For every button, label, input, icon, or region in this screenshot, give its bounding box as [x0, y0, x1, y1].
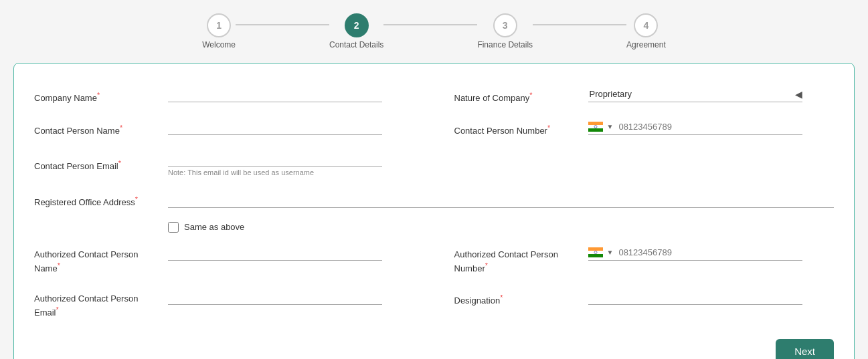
- contact-person-name-label: Contact Person Name*: [34, 119, 168, 138]
- row-auth-email-designation: Authorized Contact Person Email* Designa…: [34, 282, 834, 327]
- auth-contact-person-email-row: Authorized Contact Person Email*: [34, 282, 434, 327]
- step-circle-3: 3: [493, 13, 517, 37]
- step-label-4: Agreement: [626, 40, 666, 49]
- step-circle-4: 4: [634, 13, 658, 37]
- india-flag-icon: [588, 122, 604, 132]
- registered-office-address-row: Registered Office Address*: [34, 184, 834, 217]
- step-label-2: Contact Details: [329, 40, 383, 49]
- svg-rect-4: [588, 247, 603, 251]
- same-as-above-label[interactable]: Same as above: [184, 222, 244, 232]
- designation-row: Designation*: [434, 282, 835, 327]
- nature-of-company-select-wrapper: Proprietary Partnership LLP Pvt Ltd Publ…: [588, 86, 802, 102]
- contact-person-number-input-wrapper: ▼: [588, 119, 802, 135]
- nature-of-company-select[interactable]: Proprietary Partnership LLP Pvt Ltd Publ…: [588, 86, 792, 102]
- step-circle-1: 1: [207, 13, 231, 37]
- company-name-row: Company Name*: [34, 80, 434, 112]
- contact-person-number-input[interactable]: [617, 119, 802, 134]
- svg-rect-2: [588, 128, 603, 132]
- company-name-label: Company Name*: [34, 86, 168, 105]
- step-3: 3 Finance Details: [477, 13, 533, 49]
- dropdown-arrow-icon: ◀: [795, 89, 802, 100]
- contact-person-email-row: Contact Person Email* Note: This email i…: [34, 144, 434, 184]
- contact-person-email-label: Contact Person Email*: [34, 154, 168, 173]
- auth-contact-person-name-input[interactable]: [168, 245, 382, 261]
- auth-contact-person-number-label: Authorized Contact Person Number*: [454, 245, 588, 275]
- contact-person-name-row: Contact Person Name*: [34, 112, 434, 145]
- form-card: Company Name* Nature of Company* Proprie…: [13, 63, 855, 359]
- step-4: 4 Agreement: [626, 13, 666, 49]
- step-1: 1 Welcome: [202, 13, 236, 49]
- row-company: Company Name* Nature of Company* Proprie…: [34, 80, 834, 112]
- step-line-1-2: [236, 24, 329, 25]
- svg-rect-6: [588, 254, 603, 257]
- email-note: Note: This email id will be used as user…: [168, 168, 414, 176]
- contact-person-name-input[interactable]: [168, 119, 382, 135]
- stepper: 1 Welcome 2 Contact Details 3 Finance De…: [167, 13, 702, 49]
- same-as-above-row: Same as above: [34, 217, 834, 238]
- step-2: 2 Contact Details: [329, 13, 383, 49]
- button-row: Next: [34, 332, 834, 359]
- auth-contact-person-number-input[interactable]: [617, 245, 802, 260]
- row-contact-email: Contact Person Email* Note: This email i…: [34, 144, 834, 184]
- auth-contact-person-name-row: Authorized Contact Person Name*: [34, 238, 434, 283]
- step-label-3: Finance Details: [477, 40, 533, 49]
- registered-office-address-label: Registered Office Address*: [34, 191, 168, 209]
- contact-person-email-input[interactable]: [168, 151, 382, 167]
- svg-rect-0: [588, 122, 603, 125]
- nature-of-company-row: Nature of Company* Proprietary Partnersh…: [434, 80, 835, 112]
- designation-input[interactable]: [588, 289, 802, 305]
- auth-contact-person-email-label: Authorized Contact Person Email*: [34, 289, 168, 320]
- next-button[interactable]: Next: [776, 339, 834, 359]
- step-line-3-4: [533, 24, 626, 25]
- india-flag-icon-2: [588, 247, 604, 257]
- nature-of-company-label: Nature of Company*: [454, 86, 588, 105]
- registered-office-address-input[interactable]: [168, 192, 834, 208]
- same-as-above-checkbox[interactable]: [168, 222, 179, 233]
- row-auth-contact-person: Authorized Contact Person Name* Authoriz…: [34, 238, 834, 283]
- auth-contact-person-email-input[interactable]: [168, 289, 382, 305]
- auth-contact-person-name-label: Authorized Contact Person Name*: [34, 245, 168, 275]
- step-circle-2: 2: [345, 13, 369, 37]
- auth-contact-person-number-input-wrapper: ▼: [588, 245, 802, 261]
- contact-person-number-row: Contact Person Number* ▼: [434, 112, 835, 145]
- row-contact-person: Contact Person Name* Contact Person Numb…: [34, 112, 834, 145]
- step-label-1: Welcome: [202, 40, 236, 49]
- auth-phone-dropdown-arrow-icon: ▼: [607, 249, 614, 256]
- empty-right-row3: [434, 144, 835, 184]
- auth-contact-person-number-row: Authorized Contact Person Number* ▼: [434, 238, 835, 283]
- step-line-2-3: [383, 24, 477, 25]
- designation-label: Designation*: [454, 289, 588, 308]
- phone-dropdown-arrow-icon: ▼: [607, 123, 614, 130]
- company-name-input[interactable]: [168, 86, 382, 102]
- contact-person-number-label: Contact Person Number*: [454, 119, 588, 138]
